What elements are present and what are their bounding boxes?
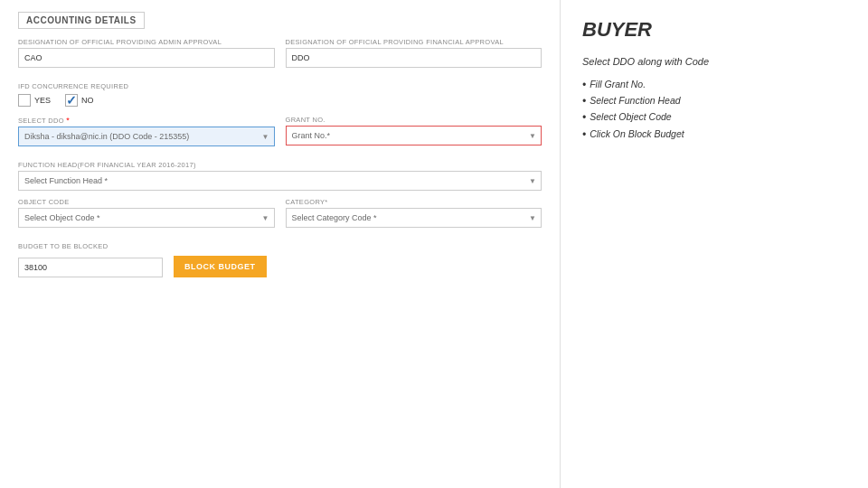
grant-col: GRANT NO. Grant No.* ▼ xyxy=(286,116,542,154)
section-title: ACCOUNTING DETAILS xyxy=(18,12,145,29)
block-budget-button[interactable]: BLOCK BUDGET xyxy=(174,256,267,277)
right-panel: BUYER Select DDO along with Code Fill Gr… xyxy=(561,0,868,488)
ddo-select[interactable]: Diksha - diksha@nic.in (DDO Code - 21535… xyxy=(18,127,275,146)
bullet-item-4: Click On Block Budget xyxy=(582,128,846,141)
grant-label: GRANT NO. xyxy=(286,116,542,124)
left-panel: ACCOUNTING DETAILS DESIGNATION OF OFFICI… xyxy=(0,0,561,488)
ddo-required-star: * xyxy=(66,116,70,125)
financial-input[interactable] xyxy=(286,48,542,68)
financial-label: DESIGNATION OF OFFICIAL PROVIDING FINANC… xyxy=(286,38,542,46)
no-radio-item[interactable]: ✓ NO xyxy=(65,94,94,107)
ddo-label: SELECT DDO * xyxy=(18,116,275,125)
budget-row: BLOCK BUDGET xyxy=(18,256,542,277)
buyer-subtitle: Select DDO along with Code xyxy=(582,54,846,70)
ddo-select-wrapper: Diksha - diksha@nic.in (DDO Code - 21535… xyxy=(18,127,275,146)
object-code-select-wrapper: Select Object Code * ▼ xyxy=(18,208,275,228)
admin-label: DESIGNATION OF OFFICIAL PROVIDING ADMIN … xyxy=(18,38,275,46)
category-select[interactable]: Select Category Code * xyxy=(286,208,542,228)
ddo-col: SELECT DDO * Diksha - diksha@nic.in (DDO… xyxy=(18,116,275,154)
bullet-item-1: Fill Grant No. xyxy=(582,79,846,91)
function-head-label: FUNCTION HEAD(FOR FINANCIAL YEAR 2016-20… xyxy=(18,161,542,169)
bullet-item-2: Select Function Head xyxy=(582,95,846,108)
bullet-item-3: Select Object Code xyxy=(582,111,846,124)
yes-label: YES xyxy=(34,96,51,105)
yes-radio-item[interactable]: YES xyxy=(18,94,51,107)
budget-input[interactable] xyxy=(18,258,163,277)
no-checkbox[interactable]: ✓ xyxy=(65,94,78,107)
no-label: NO xyxy=(81,96,94,105)
object-code-label: OBJECT CODE xyxy=(18,198,275,206)
category-col: CATEGORY* Select Category Code * ▼ xyxy=(286,198,542,235)
object-code-col: OBJECT CODE Select Object Code * ▼ xyxy=(18,198,275,235)
buyer-title: BUYER xyxy=(582,18,846,42)
category-label: CATEGORY* xyxy=(286,198,542,206)
yes-checkbox[interactable] xyxy=(18,94,31,107)
ifd-radio-group: YES ✓ NO xyxy=(18,94,542,107)
function-head-select[interactable]: Select Function Head * xyxy=(18,171,542,191)
grant-select-wrapper: Grant No.* ▼ xyxy=(286,126,542,145)
budget-label: BUDGET TO BE BLOCKED xyxy=(18,242,542,250)
function-head-select-wrapper: Select Function Head * ▼ xyxy=(18,171,542,191)
ifd-label: IFD CONCURRENCE REQUIRED xyxy=(18,82,542,90)
buyer-bullet-list: Fill Grant No. Select Function Head Sele… xyxy=(582,79,846,142)
admin-approval-col: DESIGNATION OF OFFICIAL PROVIDING ADMIN … xyxy=(18,38,275,75)
admin-input[interactable] xyxy=(18,48,275,68)
financial-approval-col: DESIGNATION OF OFFICIAL PROVIDING FINANC… xyxy=(286,38,542,75)
grant-select[interactable]: Grant No.* xyxy=(286,126,542,145)
checkmark-icon: ✓ xyxy=(66,94,77,107)
object-code-select[interactable]: Select Object Code * xyxy=(18,208,275,228)
category-select-wrapper: Select Category Code * ▼ xyxy=(286,208,542,228)
